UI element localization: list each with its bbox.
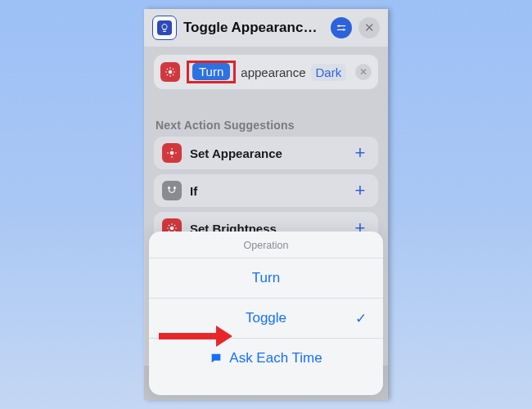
- add-suggestion-button[interactable]: +: [350, 143, 370, 163]
- suggestion-label: If: [190, 184, 197, 198]
- checkmark-icon: ✓: [355, 310, 367, 327]
- svg-point-13: [170, 151, 174, 155]
- turn-token[interactable]: Turn: [192, 63, 230, 80]
- suggestion-if[interactable]: If +: [154, 174, 378, 207]
- action-text: appearance: [241, 65, 305, 79]
- svg-line-10: [173, 74, 174, 75]
- option-label: Toggle: [246, 310, 286, 326]
- settings-button[interactable]: [331, 17, 352, 38]
- shortcut-app-icon: [152, 16, 177, 40]
- option-label: Ask Each Time: [229, 350, 322, 366]
- remove-action-button[interactable]: ✕: [355, 64, 372, 80]
- svg-line-12: [173, 69, 174, 70]
- svg-point-18: [170, 227, 174, 231]
- svg-line-9: [167, 69, 168, 70]
- annotation-arrow: [159, 325, 232, 348]
- chat-icon: [210, 352, 223, 365]
- page-title: Toggle Appearance…: [183, 20, 324, 36]
- close-button[interactable]: ✕: [358, 17, 380, 38]
- header: Toggle Appearance… ✕: [144, 9, 388, 47]
- appearance-mode-token[interactable]: Dark: [311, 64, 347, 81]
- svg-line-26: [174, 225, 175, 226]
- svg-point-4: [169, 70, 173, 74]
- svg-rect-1: [337, 25, 346, 26]
- if-icon: [162, 181, 182, 200]
- svg-line-11: [167, 74, 168, 75]
- operation-sheet: Operation Turn Toggle ✓ Ask Each Time: [149, 231, 383, 395]
- suggestion-set-appearance[interactable]: Set Appearance +: [154, 137, 378, 169]
- svg-rect-3: [337, 29, 346, 30]
- option-label: Turn: [252, 270, 280, 286]
- suggestion-label: Set Appearance: [190, 146, 282, 160]
- add-suggestion-button[interactable]: +: [350, 181, 370, 200]
- action-card[interactable]: Turn appearance Dark ✕: [154, 55, 378, 89]
- svg-line-23: [169, 225, 169, 226]
- sheet-title: Operation: [149, 231, 383, 258]
- annotation-highlight-box: Turn: [187, 61, 236, 83]
- option-turn[interactable]: Turn: [149, 258, 383, 298]
- appearance-icon: [162, 143, 182, 163]
- appearance-icon: [160, 62, 180, 82]
- phone-screen: Toggle Appearance… ✕ Turn appearance Dar…: [144, 9, 388, 400]
- suggestions-section-title: Next Action Suggestions: [156, 119, 376, 132]
